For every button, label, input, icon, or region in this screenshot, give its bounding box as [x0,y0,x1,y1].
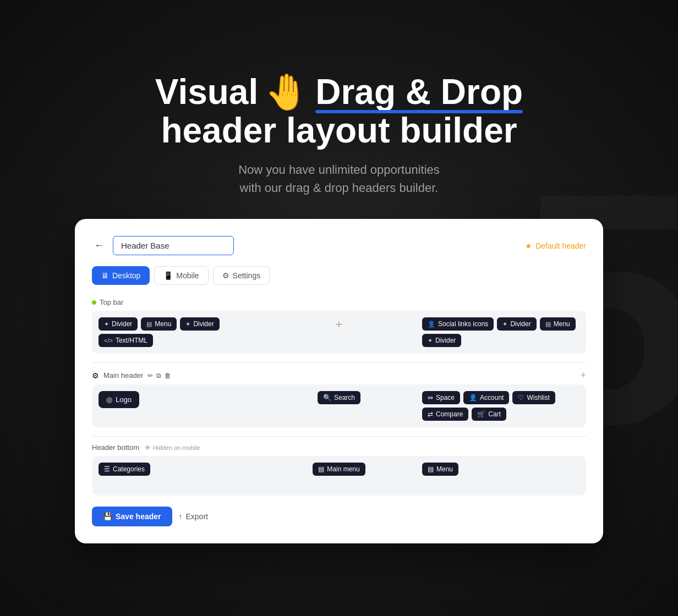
top-bar-right-col: 👤 Social links icons ✦ Divider ▤ Menu ✦ … [422,317,579,347]
back-button[interactable]: ← [92,238,106,254]
chip-text-html[interactable]: </> Text/HTML [99,334,153,347]
main-header-section-header: ⚙ Main header ✏ ⧉ 🗑 + [92,370,586,381]
hero-section: Visual 🤚 Drag & Drop header layout build… [155,73,523,197]
chip-menu-2[interactable]: ▤ Menu [540,317,576,331]
categories-icon: ☰ [104,465,110,473]
main-header-label: Main header [103,371,143,380]
compare-icon: ⇄ [428,410,433,418]
chip-menu-3[interactable]: ▤ Menu [422,463,458,476]
main-header-left-col: ◎ Logo [99,391,256,421]
header-bottom-row: ☰ Categories ▤ Main menu ▤ Menu [92,456,586,496]
star-icon: ★ [525,241,532,250]
top-bar-label: Top bar [92,298,586,306]
top-bar-center-col: + [260,317,418,347]
header-name-input[interactable] [113,236,234,255]
export-icon: ↑ [179,512,183,521]
top-bar-left-col: ✦ Divider ▤ Menu ✦ Divider </> Text/HTML [99,317,256,347]
menu-icon: ▤ [146,321,152,328]
active-dot [92,300,96,305]
main-header-row: ◎ Logo 🔍 Search ⇔ Space [92,384,586,427]
search-icon: 🔍 [323,394,331,402]
divider-1 [92,362,586,363]
move-icon: ✦ [104,321,109,328]
hero-drag-drop-text: Drag & Drop [315,73,523,111]
ui-card: ← ★ Default header 🖥 Desktop 📱 Mobile ⚙ … [75,219,603,543]
header-bottom-section: Header bottom 👁 Hidden on mobile ☰ Categ… [92,443,586,496]
chip-divider-1[interactable]: ✦ Divider [99,317,138,331]
default-header-badge: ★ Default header [525,241,586,250]
menu-icon-2: ▤ [545,321,551,328]
chip-categories[interactable]: ☰ Categories [99,463,150,476]
tab-mobile[interactable]: 📱 Mobile [154,266,208,285]
menu-icon-3: ▤ [428,465,434,473]
card-header-left: ← [92,236,234,255]
header-bottom-right-col: ▤ Menu [422,463,579,489]
header-bottom-left-col: ☰ Categories [99,463,256,489]
card-header: ← ★ Default header [92,236,586,255]
divider-2 [92,436,586,437]
save-header-button[interactable]: 💾 Save header [92,507,172,526]
top-bar-section: Top bar ✦ Divider ▤ Menu ✦ Divider [92,298,586,354]
top-bar-row: ✦ Divider ▤ Menu ✦ Divider </> Text/HTML [92,311,586,354]
move-icon-3: ✦ [502,321,507,328]
desktop-icon: 🖥 [101,271,109,280]
eye-icon: 👁 [145,444,151,451]
main-header-center-col: 🔍 Search [260,391,418,421]
chip-logo[interactable]: ◎ Logo [99,391,139,408]
chip-compare[interactable]: ⇄ Compare [422,408,468,421]
tabs-row: 🖥 Desktop 📱 Mobile ⚙ Settings [92,266,586,285]
main-header-add-button[interactable]: + [580,370,586,381]
tab-desktop[interactable]: 🖥 Desktop [92,266,150,285]
hero-visual-text: Visual [155,73,258,111]
hidden-on-mobile-label: 👁 Hidden on mobile [145,444,200,451]
main-header-label-group: ⚙ Main header ✏ ⧉ 🗑 [92,371,171,380]
main-header-section: ⚙ Main header ✏ ⧉ 🗑 + ◎ Logo [92,370,586,427]
social-icon: 👤 [428,321,435,328]
chip-divider-2[interactable]: ✦ Divider [180,317,219,331]
save-icon: 💾 [103,512,112,521]
chip-main-menu[interactable]: ▤ Main menu [313,463,365,476]
hero-title-line1: Visual 🤚 Drag & Drop [155,73,523,111]
chip-cart[interactable]: 🛒 Cart [472,408,506,421]
copy-icon[interactable]: ⧉ [156,372,161,380]
wishlist-icon: ♡ [518,394,524,402]
header-bottom-label: Header bottom 👁 Hidden on mobile [92,443,586,452]
html-icon: </> [104,337,113,344]
chip-search[interactable]: 🔍 Search [318,391,360,404]
trash-icon[interactable]: 🗑 [165,372,171,380]
chip-space[interactable]: ⇔ Space [422,391,460,404]
card-footer: 💾 Save header ↑ Export [92,507,586,526]
export-button[interactable]: ↑ Export [179,512,208,521]
edit-tools: ✏ ⧉ 🗑 [147,372,171,380]
gear-icon: ⚙ [92,371,99,380]
header-bottom-center-col: ▤ Main menu [260,463,418,489]
page-wrapper: Visual 🤚 Drag & Drop header layout build… [0,51,678,566]
pencil-icon[interactable]: ✏ [147,372,153,380]
cart-icon: 🛒 [477,410,485,418]
hero-hand-icon: 🤚 [265,73,309,111]
account-icon: 👤 [469,394,477,402]
logo-icon: ◎ [106,395,112,404]
chip-divider-3[interactable]: ✦ Divider [497,317,536,331]
chip-divider-4[interactable]: ✦ Divider [422,334,461,347]
move-icon-2: ✦ [185,321,190,328]
space-icon: ⇔ [428,394,433,402]
move-icon-4: ✦ [428,337,433,344]
main-menu-icon: ▤ [318,465,324,473]
main-header-right-col: ⇔ Space 👤 Account ♡ Wishlist ⇄ Compare [422,391,579,421]
hero-subtitle: Now you have unlimited opportunities wit… [155,161,523,197]
mobile-icon: 📱 [163,271,173,280]
tab-settings[interactable]: ⚙ Settings [213,266,270,285]
chip-account[interactable]: 👤 Account [463,391,509,404]
hero-title-line2: header layout builder [155,111,523,150]
chip-social-links[interactable]: 👤 Social links icons [422,317,494,331]
top-bar-add-button[interactable]: + [336,317,343,332]
chip-menu-1[interactable]: ▤ Menu [141,317,177,331]
chip-wishlist[interactable]: ♡ Wishlist [512,391,555,404]
settings-icon: ⚙ [222,271,229,280]
